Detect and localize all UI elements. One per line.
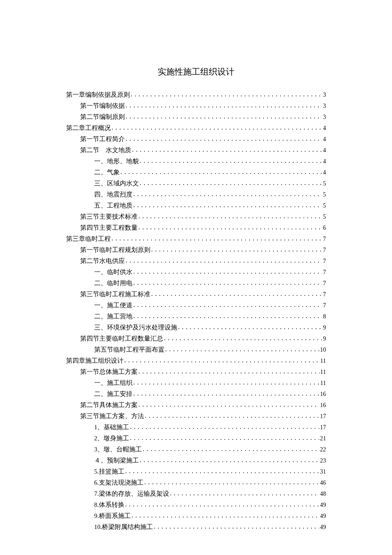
toc-entry-page: 5 — [322, 201, 326, 211]
toc-entry: 第四节主要临时工程数量汇总9 — [66, 333, 326, 344]
toc-entry-page: 11 — [320, 367, 326, 377]
toc-entry-page: 7 — [322, 267, 326, 278]
toc-leader-dots — [133, 267, 322, 278]
toc-entry-page: 9 — [322, 323, 326, 333]
document-page: 实施性施工组织设计 第一章编制依据及原则3第一节编制依据3第二节编制原则3第二章… — [0, 0, 392, 555]
toc-entry-label: 3、墩、台帽施工 — [94, 444, 142, 454]
toc-entry-label: 第二章工程概况 — [66, 123, 111, 133]
toc-entry: 三、环境保护及污水处理设施9 — [66, 322, 326, 333]
toc-entry-page: 4 — [322, 156, 326, 167]
toc-entry: 一、施工便道7 — [66, 300, 326, 311]
toc-entry-label: 10.桥梁附属结构施工 — [94, 522, 153, 532]
toc-leader-dots — [133, 389, 319, 399]
toc-entry-label: 一、施工便道 — [94, 300, 133, 310]
toc-entry-page: 3 — [322, 101, 326, 111]
toc-entry-label: 第四章施工组织设计 — [66, 356, 124, 366]
toc-entry-label: 二、临时用电 — [94, 278, 133, 288]
toc-leader-dots — [133, 278, 322, 289]
toc-entry-label: 第一章编制依据及原则 — [66, 90, 130, 100]
toc-entry-page: 4 — [322, 123, 326, 133]
toc-entry: 1、基础施工17 — [66, 422, 326, 433]
toc-entry: 5.挂篮施工31 — [66, 466, 326, 477]
toc-entry-page: 46 — [319, 478, 326, 488]
toc-leader-dots — [129, 434, 319, 444]
toc-entry-label: 第三节临时工程施工标准 — [80, 289, 150, 299]
toc-entry: 7.梁体的存放、运输及架设48 — [66, 489, 326, 500]
toc-entry: 二、气象4 — [66, 167, 326, 178]
toc-entry-page: 3 — [322, 90, 326, 100]
toc-entry: 二、施工营地8 — [66, 311, 326, 322]
toc-entry-page: 21 — [319, 434, 326, 444]
toc-entry: 第一节临时工程规划原则7 — [66, 245, 326, 256]
toc-leader-dots — [125, 101, 322, 111]
toc-entry-page: 9 — [322, 334, 326, 344]
toc-entry-page: 5 — [322, 212, 326, 222]
toc-entry: 五、工程地质5 — [66, 200, 326, 211]
toc-entry-page: 8 — [322, 312, 326, 322]
toc-entry-label: 7.梁体的存放、运输及架设 — [94, 489, 169, 499]
toc-entry: 第二节编制原则3 — [66, 112, 326, 123]
toc-leader-dots — [144, 478, 319, 488]
toc-entry: 6.支架法现浇施工46 — [66, 477, 326, 489]
toc-entry-label: 6.支架法现浇施工 — [94, 477, 144, 488]
toc-leader-dots — [133, 378, 320, 388]
toc-entry: 9.桥面系施工49 — [66, 511, 326, 522]
toc-entry-label: 第三节施工方案、方法 — [80, 411, 144, 421]
toc-leader-dots — [131, 511, 319, 521]
toc-entry-label: 第二节 水文地质 — [80, 145, 131, 155]
toc-leader-dots — [124, 467, 319, 477]
toc-entry-page: 7 — [322, 256, 326, 266]
toc-entry-label: 第一节编制依据 — [80, 101, 125, 111]
toc-leader-dots — [120, 168, 322, 178]
toc-entry-label: 三、区域内水文 — [94, 178, 139, 188]
toc-entry-label: 第二节水电供应 — [80, 256, 125, 266]
toc-entry-label: 5.挂篮施工 — [94, 466, 124, 477]
toc-leader-dots — [124, 356, 320, 366]
toc-leader-dots — [111, 234, 322, 244]
toc-entry-label: 第四节主要临时工程数量汇总 — [80, 333, 163, 344]
toc-entry-label: 1、基础施工 — [94, 422, 129, 432]
toc-entry: 第二节具体施工方案16 — [66, 400, 326, 411]
toc-entry-label: 第三节主要技术标准 — [80, 211, 138, 222]
toc-entry: 第三节主要技术标准5 — [66, 211, 326, 223]
toc-leader-dots — [133, 190, 322, 200]
toc-leader-dots — [138, 212, 322, 222]
toc-entry-label: 一、施工组织 — [94, 378, 133, 388]
toc-entry-label: 8.体系转换 — [94, 500, 124, 510]
toc-entry-page: 7 — [322, 301, 326, 311]
toc-entry: 第二节水电供应7 — [66, 256, 326, 267]
toc-entry-label: 五、工程地质 — [94, 200, 133, 211]
toc-leader-dots — [163, 334, 322, 344]
toc-leader-dots — [139, 156, 322, 167]
toc-entry: 第四节主要工程数量6 — [66, 223, 326, 234]
toc-leader-dots — [124, 500, 319, 510]
toc-entry-page: 48 — [319, 489, 326, 499]
toc-entry: 第一节总体施工方案11 — [66, 367, 326, 378]
toc-entry: 第四章施工组织设计11 — [66, 356, 326, 367]
toc-entry-page: 49 — [319, 511, 326, 521]
toc-entry-label: 四、地震烈度 — [94, 189, 133, 199]
toc-entry: 二、施工安排16 — [66, 389, 326, 400]
toc-leader-dots — [139, 456, 319, 466]
toc-entry-page: 17 — [319, 411, 326, 422]
toc-entry-page: 5 — [322, 190, 326, 200]
toc-entry: 第三章临时工程7 — [66, 234, 326, 245]
toc-entry-label: 2、墩身施工 — [94, 433, 129, 443]
toc-entry-label: 一、临时供水 — [94, 267, 133, 277]
toc-entry-label: 第一节临时工程规划原则 — [80, 245, 150, 255]
toc-entry: 3、墩、台帽施工22 — [66, 444, 326, 455]
toc-entry-page: 7 — [322, 278, 326, 289]
toc-entry-page: 22 — [319, 445, 326, 455]
toc-entry-page: 23 — [319, 456, 326, 466]
toc-entry-label: 三、环境保护及污水处理设施 — [94, 322, 177, 332]
toc-entry-label: 第一节工程简介 — [80, 134, 125, 144]
toc-entry-page: 11 — [320, 378, 326, 388]
toc-entry: 第五节临时工程平面布置10 — [66, 344, 326, 356]
toc-entry-page: 11 — [320, 356, 326, 366]
toc-entry-page: 6 — [322, 223, 326, 233]
toc-entry-label: 二、施工安排 — [94, 389, 133, 399]
toc-entry: 一、地形、地貌4 — [66, 156, 326, 167]
toc-entry-label: 9.桥面系施工 — [94, 511, 131, 521]
toc-entry: 8.体系转换49 — [66, 500, 326, 511]
toc-entry: 第三节施工方案、方法17 — [66, 411, 326, 422]
